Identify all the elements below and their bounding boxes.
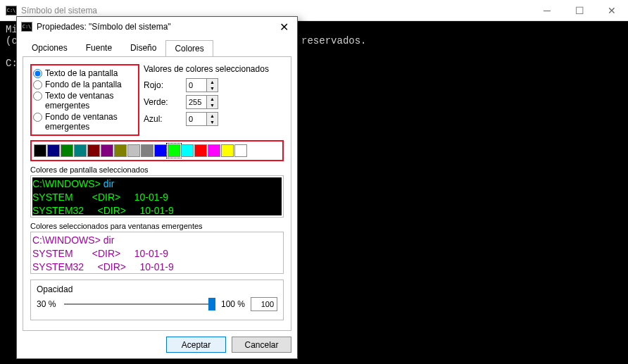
- slider-thumb[interactable]: [208, 298, 215, 310]
- cmd-icon: [21, 22, 32, 32]
- color-swatch[interactable]: [234, 144, 247, 157]
- color-swatch[interactable]: [208, 144, 220, 157]
- cancel-button[interactable]: Cancelar: [232, 337, 291, 353]
- color-swatch[interactable]: [154, 144, 167, 157]
- main-title: Símbolo del sistema: [21, 6, 97, 15]
- dialog-titlebar: Propiedades: "Símbolo del sistema" ✕: [17, 17, 297, 37]
- popup-preview-label: Colores seleccionados para ventanas emer…: [30, 222, 284, 230]
- dialog-close-button[interactable]: ✕: [275, 20, 293, 34]
- properties-dialog: Propiedades: "Símbolo del sistema" ✕ Opc…: [16, 16, 298, 359]
- color-swatch[interactable]: [168, 144, 180, 157]
- close-button[interactable]: ✕: [596, 0, 628, 21]
- green-label: Verde:: [144, 97, 186, 107]
- color-swatch[interactable]: [74, 144, 87, 157]
- dialog-buttons: Aceptar Cancelar: [17, 331, 297, 358]
- tab-strip: Opciones Fuente Diseño Colores: [17, 37, 297, 56]
- red-label: Rojo:: [144, 80, 186, 90]
- radio-screen-text[interactable]: Texto de la pantalla: [33, 68, 137, 78]
- green-spinner[interactable]: ▲▼: [207, 95, 218, 109]
- screen-preview: C:\WINDOWS> dir SYSTEM <DIR> 10-01-9 SYS…: [30, 175, 284, 218]
- color-swatch[interactable]: [114, 144, 127, 157]
- red-spinner[interactable]: ▲▼: [207, 78, 218, 92]
- opacity-slider[interactable]: [64, 303, 213, 305]
- dialog-title: Propiedades: "Símbolo del sistema": [37, 22, 171, 32]
- opacity-label: Opacidad: [37, 284, 277, 294]
- tab-body-colors: Texto de la pantalla Fondo de la pantall…: [23, 56, 291, 331]
- blue-input[interactable]: [186, 112, 207, 126]
- color-swatch[interactable]: [47, 144, 60, 157]
- color-target-radios: Texto de la pantalla Fondo de la pantall…: [30, 64, 139, 136]
- color-swatch-row: [30, 140, 284, 161]
- ok-button[interactable]: Aceptar: [166, 337, 226, 353]
- popup-preview: C:\WINDOWS> dir SYSTEM <DIR> 10-01-9 SYS…: [30, 232, 284, 274]
- color-swatch[interactable]: [141, 144, 153, 157]
- color-swatch[interactable]: [101, 144, 113, 157]
- radio-popup-text[interactable]: Texto de ventanas emergentes: [33, 91, 137, 111]
- color-swatch[interactable]: [87, 144, 100, 157]
- minimize-button[interactable]: ─: [531, 0, 563, 21]
- red-input[interactable]: [186, 78, 207, 92]
- values-header: Valores de colores seleccionados: [144, 64, 280, 74]
- radio-popup-bg[interactable]: Fondo de ventanas emergentes: [33, 112, 137, 132]
- tab-options[interactable]: Opciones: [23, 39, 77, 56]
- opacity-max: 100 %: [221, 299, 245, 309]
- opacity-input[interactable]: [251, 297, 277, 311]
- color-swatch[interactable]: [181, 144, 194, 157]
- radio-screen-bg[interactable]: Fondo de la pantalla: [33, 80, 137, 89]
- color-values: Valores de colores seleccionados Rojo: ▲…: [139, 64, 284, 136]
- maximize-button[interactable]: ☐: [563, 0, 596, 21]
- cmd-icon: [6, 6, 17, 15]
- blue-label: Azul:: [144, 114, 186, 124]
- tab-font[interactable]: Fuente: [77, 39, 121, 56]
- opacity-min: 30 %: [37, 299, 56, 309]
- color-swatch[interactable]: [127, 144, 140, 157]
- screen-preview-label: Colores de pantalla seleccionados: [30, 165, 284, 174]
- color-swatch[interactable]: [34, 144, 46, 157]
- opacity-group: Opacidad 30 % 100 %: [30, 280, 284, 320]
- color-swatch[interactable]: [194, 144, 207, 157]
- green-input[interactable]: [186, 95, 207, 109]
- color-swatch[interactable]: [61, 144, 73, 157]
- tab-layout[interactable]: Diseño: [121, 39, 165, 56]
- blue-spinner[interactable]: ▲▼: [207, 112, 218, 126]
- color-swatch[interactable]: [221, 144, 234, 157]
- tab-colors[interactable]: Colores: [165, 40, 213, 57]
